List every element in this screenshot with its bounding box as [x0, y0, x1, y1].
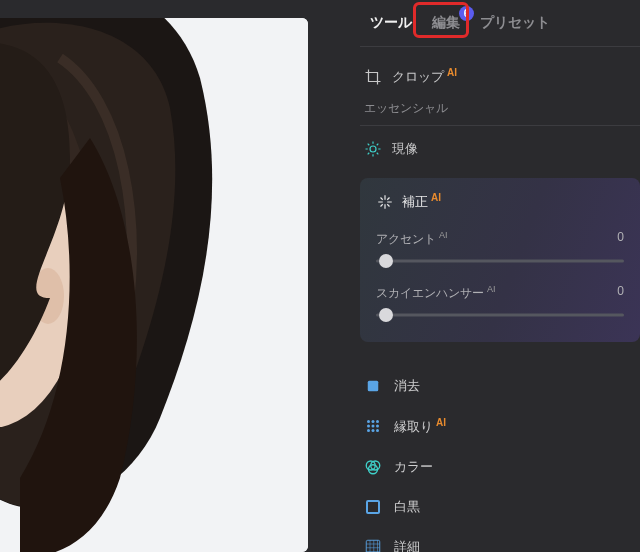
enhance-panel: 補正AI アクセントAI 0 スカイエンハンサーAI 0: [360, 178, 640, 341]
sky-label: スカイエンハンサーAI: [376, 284, 496, 302]
outline-tool[interactable]: 縁取りAI: [360, 406, 640, 447]
color-label: カラー: [394, 458, 433, 476]
essential-header: エッセンシャル: [360, 96, 640, 126]
color-tool[interactable]: カラー: [360, 447, 640, 487]
svg-point-8: [376, 420, 379, 423]
accent-slider-group: アクセントAI 0: [376, 230, 624, 268]
color-icon: [364, 458, 382, 476]
sky-slider-group: スカイエンハンサーAI 0: [376, 284, 624, 322]
sky-slider[interactable]: [376, 308, 624, 322]
tab-edit[interactable]: 編集 6: [422, 8, 470, 38]
tab-edit-label: 編集: [432, 14, 460, 30]
tab-tool[interactable]: ツール: [360, 8, 422, 38]
crop-label: クロップAI: [392, 67, 457, 86]
svg-point-12: [367, 429, 370, 432]
erase-label: 消去: [394, 377, 420, 395]
outline-label: 縁取りAI: [394, 417, 446, 436]
svg-point-11: [376, 425, 379, 428]
enhance-title-row[interactable]: 補正AI: [376, 192, 624, 211]
svg-point-14: [376, 429, 379, 432]
svg-point-10: [372, 425, 375, 428]
image-canvas: [0, 18, 308, 552]
erase-icon: [364, 377, 382, 395]
svg-point-9: [367, 425, 370, 428]
bw-label: 白黒: [394, 498, 420, 516]
details-label: 詳細: [394, 538, 420, 552]
sun-icon: [364, 140, 382, 158]
develop-label: 現像: [392, 140, 418, 158]
enhance-title-label: 補正AI: [402, 192, 441, 211]
details-tool[interactable]: 詳細: [360, 527, 640, 552]
svg-point-6: [367, 420, 370, 423]
divider: [360, 46, 640, 47]
bw-icon: [364, 498, 382, 516]
tool-list: 消去 縁取りAI カラー: [360, 366, 640, 552]
svg-point-13: [372, 429, 375, 432]
erase-tool[interactable]: 消去: [360, 366, 640, 406]
svg-point-4: [370, 146, 376, 152]
accent-label: アクセントAI: [376, 230, 448, 248]
svg-rect-5: [368, 380, 379, 391]
outline-icon: [364, 417, 382, 435]
accent-slider[interactable]: [376, 254, 624, 268]
sky-value: 0: [617, 284, 624, 302]
accent-value: 0: [617, 230, 624, 248]
editor-panel: ツール 編集 6 プリセット クロップAI エッセンシャル 現像: [360, 0, 640, 552]
bw-tool[interactable]: 白黒: [360, 487, 640, 527]
crop-tool[interactable]: クロップAI: [360, 57, 640, 96]
tab-preset[interactable]: プリセット: [470, 8, 560, 38]
sparkle-icon: [376, 193, 394, 211]
develop-tool[interactable]: 現像: [360, 130, 640, 168]
tab-bar: ツール 編集 6 プリセット: [360, 6, 640, 40]
crop-icon: [364, 68, 382, 86]
svg-point-7: [372, 420, 375, 423]
details-icon: [364, 538, 382, 552]
